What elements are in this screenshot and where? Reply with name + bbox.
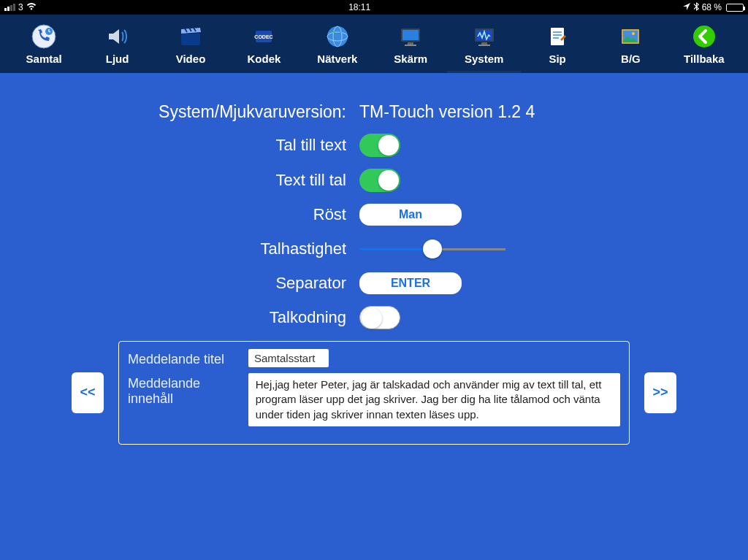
- settings-panel: System/Mjukvaruversion: TM-Touch version…: [96, 102, 652, 329]
- picture-icon: [617, 23, 644, 50]
- phone-icon: [31, 23, 57, 50]
- nav-bar: Samtal Ljud Video CODEC Kodek Nätverk Sk…: [0, 15, 748, 73]
- next-message-button[interactable]: >>: [644, 372, 676, 413]
- talkodning-toggle[interactable]: [359, 306, 400, 329]
- signal-icon: [4, 4, 15, 11]
- message-title-row: Meddelande titel Samtalsstart: [128, 349, 620, 367]
- row-talhastighet: Talhastighet: [96, 237, 652, 261]
- svg-point-19: [632, 32, 635, 35]
- status-bar: 3 18:11 68 %: [0, 0, 748, 15]
- nav-label: Ljud: [106, 53, 129, 65]
- row-separator: Separator ENTER: [96, 272, 652, 294]
- nav-bg[interactable]: B/G: [594, 15, 667, 73]
- message-title-label: Meddelande titel: [128, 349, 248, 367]
- row-version: System/Mjukvaruversion: TM-Touch version…: [96, 102, 652, 122]
- bluetooth-icon: [693, 2, 699, 13]
- row-rost: Röst Man: [96, 204, 652, 226]
- talhastighet-label: Talhastighet: [96, 239, 359, 258]
- row-tal-till-text: Tal till text: [96, 134, 652, 157]
- rost-button[interactable]: Man: [359, 204, 462, 226]
- nav-label: B/G: [621, 53, 641, 65]
- rost-label: Röst: [96, 205, 359, 224]
- talkodning-label: Talkodning: [96, 308, 359, 327]
- svg-rect-16: [551, 28, 564, 45]
- tal-till-text-toggle[interactable]: [359, 134, 400, 157]
- svg-rect-14: [481, 42, 487, 45]
- monitor-icon: [397, 23, 424, 50]
- message-content-field[interactable]: Hej,jag heter Peter, jag är talskadad oc…: [248, 373, 620, 426]
- svg-rect-10: [408, 42, 413, 45]
- nav-ljud[interactable]: Ljud: [80, 15, 153, 73]
- message-content-label: Meddelande innehåll: [128, 373, 248, 407]
- nav-label: Skärm: [394, 53, 427, 65]
- location-icon: [683, 2, 690, 12]
- text-till-tal-toggle[interactable]: [359, 169, 400, 192]
- talhastighet-slider[interactable]: [359, 237, 505, 261]
- nav-kodek[interactable]: CODEC Kodek: [227, 15, 300, 73]
- nav-label: System: [465, 53, 503, 65]
- row-talkodning: Talkodning: [96, 306, 652, 329]
- message-box: Meddelande titel Samtalsstart Meddelande…: [118, 341, 630, 445]
- nav-label: Sip: [549, 53, 565, 65]
- battery-text: 68 %: [702, 2, 722, 12]
- svg-rect-2: [181, 34, 200, 45]
- svg-point-20: [693, 26, 715, 47]
- nav-label: Kodek: [248, 53, 281, 65]
- battery-icon: [726, 4, 744, 12]
- nav-skarm[interactable]: Skärm: [374, 15, 447, 73]
- svg-rect-9: [402, 30, 419, 40]
- notepad-icon: [544, 23, 570, 50]
- wifi-icon: [26, 2, 37, 12]
- text-till-tal-label: Text till tal: [96, 171, 359, 190]
- svg-point-5: [327, 26, 348, 47]
- svg-text:CODEC: CODEC: [255, 34, 273, 39]
- carrier-label: 3: [18, 2, 23, 12]
- clock: 18:11: [348, 2, 370, 12]
- nav-natverk[interactable]: Nätverk: [301, 15, 374, 73]
- system-icon: [471, 23, 497, 50]
- separator-button[interactable]: ENTER: [359, 272, 462, 294]
- svg-point-0: [32, 25, 56, 48]
- globe-icon: [324, 23, 351, 50]
- message-content-row: Meddelande innehåll Hej,jag heter Peter,…: [128, 373, 620, 426]
- row-text-till-tal: Text till tal: [96, 169, 652, 192]
- message-area: << Meddelande titel Samtalsstart Meddela…: [0, 341, 748, 445]
- back-icon: [691, 23, 717, 50]
- nav-label: Video: [176, 53, 206, 65]
- svg-rect-11: [405, 45, 416, 46]
- separator-label: Separator: [96, 274, 359, 293]
- nav-system[interactable]: System: [447, 15, 520, 73]
- clapperboard-icon: [178, 23, 204, 50]
- content: System/Mjukvaruversion: TM-Touch version…: [0, 73, 748, 445]
- nav-video[interactable]: Video: [154, 15, 227, 73]
- status-left: 3: [4, 2, 37, 12]
- message-title-field[interactable]: Samtalsstart: [248, 349, 329, 367]
- nav-label: Samtal: [26, 53, 62, 65]
- nav-sip[interactable]: Sip: [521, 15, 594, 73]
- nav-samtal[interactable]: Samtal: [7, 15, 80, 73]
- tal-till-text-label: Tal till text: [96, 136, 359, 155]
- svg-rect-15: [478, 45, 490, 46]
- speaker-icon: [104, 23, 131, 50]
- status-right: 68 %: [683, 2, 744, 13]
- nav-label: Nätverk: [317, 53, 357, 65]
- prev-message-button[interactable]: <<: [72, 372, 104, 413]
- version-label: System/Mjukvaruversion:: [96, 102, 359, 122]
- version-value: TM-Touch version 1.2 4: [359, 102, 579, 122]
- nav-label: Tillbaka: [684, 53, 725, 65]
- codec-icon: CODEC: [251, 23, 277, 50]
- nav-tillbaka[interactable]: Tillbaka: [668, 15, 741, 73]
